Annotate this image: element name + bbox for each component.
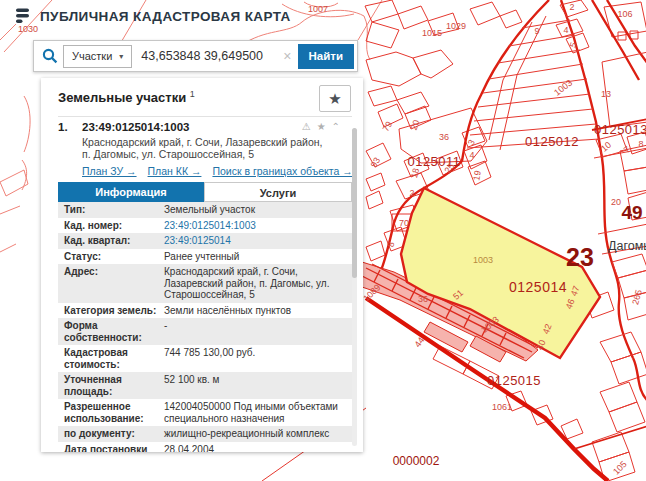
table-row: Кадастровая стоимость:744 785 130,00 руб… bbox=[58, 345, 352, 372]
rosreestr-logo-icon bbox=[14, 7, 32, 25]
warning-icon[interactable]: ⚠ bbox=[302, 121, 311, 132]
favorites-button[interactable]: ★ bbox=[319, 85, 351, 112]
row-value: Земли населённых пунктов bbox=[164, 305, 346, 317]
map-label: 8 bbox=[638, 139, 643, 149]
map-label: 106 bbox=[617, 9, 632, 19]
app-header: ПУБЛИЧНАЯ КАДАСТРОВАЯ КАРТА bbox=[14, 7, 291, 25]
row-label: Адрес: bbox=[64, 266, 164, 301]
table-row: Кад. номер:23:49:0125014:1003 bbox=[58, 218, 352, 234]
tab-info[interactable]: Информация bbox=[58, 182, 204, 202]
link-plan-kk[interactable]: План КК → bbox=[148, 165, 202, 177]
row-label: Дата постановки на ГКУ: bbox=[64, 444, 164, 453]
map-label: 0000002 bbox=[393, 454, 440, 468]
find-button[interactable]: Найти bbox=[298, 44, 354, 69]
row-value[interactable]: 23:49:0125014 bbox=[164, 235, 346, 247]
row-label: по документу: bbox=[64, 428, 164, 440]
map-label: 0125014 bbox=[509, 279, 567, 295]
map-label: 23 bbox=[566, 243, 594, 271]
row-value: 142004050000 Под иными объектами специал… bbox=[164, 401, 346, 424]
table-row: Дата постановки на ГКУ:28.04.2004 bbox=[58, 442, 352, 453]
map-label: 4 bbox=[563, 25, 568, 35]
row-label: Статус: bbox=[64, 251, 164, 263]
row-value: Ранее учтенный bbox=[164, 251, 346, 263]
map-label: 36 bbox=[439, 132, 449, 142]
row-value: 28.04.2004 bbox=[164, 444, 346, 453]
row-value: Земельный участок bbox=[164, 204, 346, 216]
results-panel: Земельные участки 1 ★ ⚠ ★ ⌃ 1. 23:49:012… bbox=[41, 78, 363, 452]
table-row: Адрес:Краснодарский край, г. Сочи, Лазар… bbox=[58, 264, 352, 303]
map-label: 49 bbox=[621, 202, 642, 223]
row-label: Тип: bbox=[64, 204, 164, 216]
search-input[interactable]: 43,653848 39,649500 bbox=[132, 49, 277, 63]
search-icon[interactable] bbox=[37, 48, 63, 64]
item-tabs: ИнформацияУслуги bbox=[58, 182, 352, 202]
info-table: Тип:Земельный участокКад. номер:23:49:01… bbox=[58, 202, 352, 452]
tab-services[interactable]: Услуги bbox=[204, 182, 352, 202]
item-links: План ЗУ →План КК →Поиск в границах объек… bbox=[58, 165, 352, 177]
panel-scrollbar-thumb[interactable] bbox=[352, 128, 357, 278]
map-label: 19 bbox=[471, 170, 483, 182]
map-label: 70 bbox=[399, 218, 409, 228]
link-plan-zu[interactable]: План ЗУ → bbox=[82, 165, 137, 177]
map-label: 9 bbox=[534, 26, 539, 36]
item-icons: ⚠ ★ ⌃ bbox=[302, 121, 340, 132]
row-label: Категория земель: bbox=[64, 305, 164, 317]
map-label: 1003 bbox=[473, 255, 493, 265]
row-value: жилищно-рекреационный комплекс bbox=[164, 428, 346, 440]
search-category-label: Участки bbox=[72, 50, 112, 62]
chevron-down-icon: ▾ bbox=[119, 52, 123, 61]
table-row: Форма собственности:- bbox=[58, 318, 352, 345]
row-value: - bbox=[164, 320, 346, 343]
row-value[interactable]: 23:49:0125014:1003 bbox=[164, 220, 346, 232]
map-label: 4 bbox=[469, 150, 474, 160]
map-label: 0125015 bbox=[487, 373, 541, 388]
link-search-in-bounds[interactable]: Поиск в границах объекта → bbox=[212, 165, 352, 177]
map-label: 36 bbox=[418, 294, 428, 304]
row-label: Кад. квартал: bbox=[64, 235, 164, 247]
parcel-list-item: ⚠ ★ ⌃ 1. 23:49:0125014:1003 Краснодарски… bbox=[58, 116, 352, 452]
favorite-icon[interactable]: ★ bbox=[317, 121, 326, 132]
map-label: 1015 bbox=[422, 28, 442, 38]
table-row: Статус:Ранее учтенный bbox=[58, 249, 352, 265]
star-icon: ★ bbox=[328, 90, 341, 108]
page-title: ПУБЛИЧНАЯ КАДАСТРОВАЯ КАРТА bbox=[40, 9, 291, 24]
table-row: Категория земель:Земли населённых пункто… bbox=[58, 303, 352, 319]
map-label: 2 bbox=[569, 2, 574, 12]
row-label: Разрешенное использование: bbox=[64, 401, 164, 424]
item-index: 1. bbox=[58, 121, 82, 134]
row-label: Форма собственности: bbox=[64, 320, 164, 343]
table-row: по документу:жилищно-рекреационный компл… bbox=[58, 426, 352, 442]
table-row: Разрешенное использование:142004050000 П… bbox=[58, 399, 352, 426]
table-row: Уточненная площадь:52 100 кв. м bbox=[58, 372, 352, 399]
row-value: Краснодарский край, г. Сочи, Лазаревский… bbox=[164, 266, 346, 301]
row-label: Уточненная площадь: bbox=[64, 374, 164, 397]
table-row: Тип:Земельный участок bbox=[58, 202, 352, 218]
map-label: 1030 bbox=[18, 24, 38, 34]
panel-scrollbar[interactable] bbox=[352, 128, 357, 446]
results-count: 1 bbox=[190, 89, 195, 99]
clear-search-icon[interactable]: × bbox=[277, 48, 297, 64]
map-label: 1029 bbox=[446, 21, 466, 31]
map-label: 2 bbox=[409, 188, 414, 198]
panel-title: Земельные участки 1 bbox=[58, 85, 195, 105]
map-label: 20 bbox=[611, 197, 621, 207]
map-label: 13 bbox=[601, 89, 611, 99]
search-category-dropdown[interactable]: Участки ▾ bbox=[63, 45, 132, 68]
map-label: 0125013 bbox=[594, 122, 646, 137]
row-value: 52 100 кв. м bbox=[164, 374, 346, 397]
map-label: 1061 bbox=[492, 402, 512, 412]
collapse-icon[interactable]: ⌃ bbox=[332, 121, 340, 132]
map-label: 0125012 bbox=[525, 134, 579, 149]
row-value: 744 785 130,00 руб. bbox=[164, 347, 346, 370]
item-cadastral-number: 23:49:0125014:1003 bbox=[82, 121, 189, 134]
table-row: Кад. квартал:23:49:0125014 bbox=[58, 233, 352, 249]
map-label: Дагомыс bbox=[608, 239, 646, 253]
panel-header: Земельные участки 1 ★ bbox=[41, 78, 363, 116]
search-bar: Участки ▾ 43,653848 39,649500 × Найти bbox=[33, 40, 358, 72]
item-address: Краснодарский край, г. Сочи, Лазаревский… bbox=[58, 136, 332, 160]
map-label: 1007 bbox=[308, 4, 328, 14]
row-label: Кадастровая стоимость: bbox=[64, 347, 164, 370]
row-label: Кад. номер: bbox=[64, 220, 164, 232]
